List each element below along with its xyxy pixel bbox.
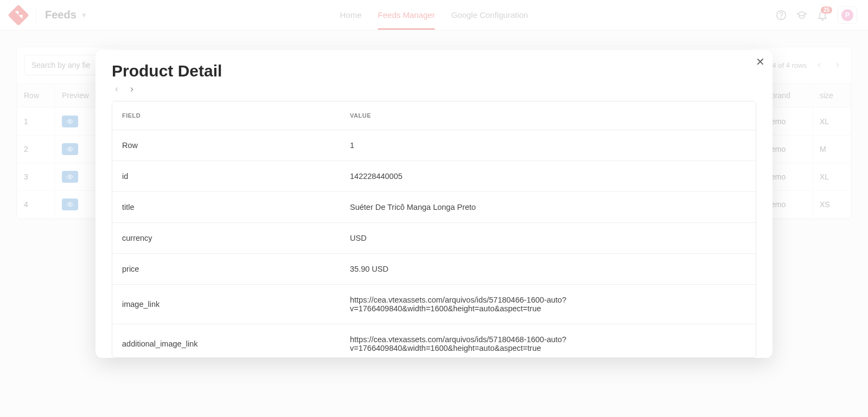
table-row: id142228440005	[112, 161, 756, 192]
table-row: titleSuéter De Tricô Manga Longa Preto	[112, 192, 756, 223]
cell-value: 1	[340, 130, 756, 161]
modal-title: Product Detail	[112, 62, 756, 80]
modal-prev-button[interactable]	[113, 86, 120, 93]
table-row: price35.90 USD	[112, 254, 756, 285]
cell-field: additional_image_link	[112, 324, 340, 358]
detail-table: FIELD VALUE Row1id142228440005titleSuéte…	[112, 101, 756, 358]
cell-value: https://cea.vtexassets.com/arquivos/ids/…	[340, 285, 756, 324]
close-icon[interactable]: ✕	[756, 56, 765, 67]
cell-field: id	[112, 161, 340, 192]
cell-field: image_link	[112, 285, 340, 324]
table-row: Row1	[112, 130, 756, 161]
modal-overlay[interactable]: ✕ Product Detail FIELD VALUE Row1id14222…	[0, 0, 868, 417]
cell-field: price	[112, 254, 340, 285]
cell-value: https://cea.vtexassets.com/arquivos/ids/…	[340, 324, 756, 358]
cell-value: Suéter De Tricô Manga Longa Preto	[340, 192, 756, 223]
col-field: FIELD	[112, 101, 340, 130]
table-row: currencyUSD	[112, 223, 756, 254]
modal-next-button[interactable]	[128, 86, 136, 93]
product-detail-modal: ✕ Product Detail FIELD VALUE Row1id14222…	[95, 50, 773, 358]
modal-nav	[112, 86, 756, 93]
cell-field: currency	[112, 223, 340, 254]
col-value: VALUE	[340, 101, 756, 130]
cell-field: title	[112, 192, 340, 223]
detail-table-wrap: FIELD VALUE Row1id142228440005titleSuéte…	[112, 101, 756, 358]
cell-value: USD	[340, 223, 756, 254]
cell-value: 142228440005	[340, 161, 756, 192]
table-row: image_linkhttps://cea.vtexassets.com/arq…	[112, 285, 756, 324]
cell-value: 35.90 USD	[340, 254, 756, 285]
table-row: additional_image_linkhttps://cea.vtexass…	[112, 324, 756, 358]
cell-field: Row	[112, 130, 340, 161]
